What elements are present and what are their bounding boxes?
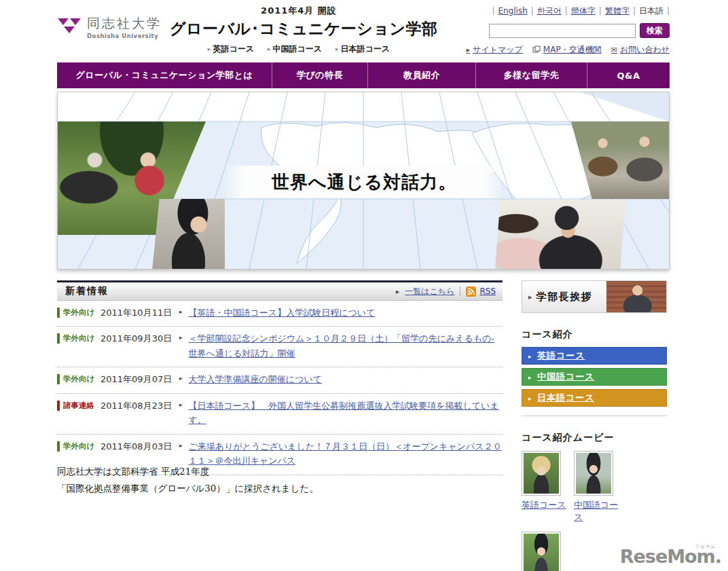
rss-icon	[466, 287, 476, 297]
resemom-ruby: リセマム	[695, 544, 716, 550]
sidebar-divider	[522, 416, 667, 416]
utility-links: ▸サイトマップ MAP・交通機関 ✉お問い合わせ	[459, 44, 670, 56]
language-switcher: |English|한국어|簡体字|繁體字|日本語|	[459, 5, 670, 17]
arrow-icon: ▸	[528, 293, 532, 301]
news-title-link[interactable]: 【日本語コース】 外国人留学生公募制推薦選抜入学試験要項を掲載しています。	[189, 399, 503, 428]
arrow-icon: ▸	[467, 45, 471, 54]
english-course-button[interactable]: ▸ 英語コース	[522, 347, 667, 365]
japanese-course-button[interactable]: ▸ 日本語コース	[522, 389, 667, 407]
main-navigation: グローバル・コミュニケーション学部とは 学びの特長 教員紹介 多様な留学先 Q&…	[57, 62, 670, 88]
doshisha-triangle-logo-icon	[57, 18, 81, 37]
map-access-link[interactable]: MAP・交通機関	[532, 44, 602, 56]
news-section-header: 新着情報 ▸ 一覧はこちら RSS	[57, 280, 503, 301]
news-date: 2011年09月30日	[101, 333, 174, 345]
arrow-icon: ▸	[179, 308, 183, 315]
header-link-japanese-course[interactable]: ▸日本語コース	[335, 43, 390, 55]
news-date: 2011年09月07日	[101, 373, 174, 386]
search-button[interactable]: 検索	[640, 23, 670, 38]
divider	[460, 287, 460, 296]
movie-cell: 中国語コース	[574, 451, 626, 532]
news-index-link[interactable]: 一覧はこちら	[405, 286, 454, 297]
arrow-icon: ▸	[335, 45, 339, 52]
sitemap-link[interactable]: ▸サイトマップ	[467, 44, 523, 56]
arrow-icon: ▸	[528, 353, 532, 360]
arrow-icon: ▸	[179, 401, 183, 408]
header-course-links: ▸英語コース ▸中国語コース ▸日本語コース	[170, 43, 428, 55]
nav-item-faculty-members[interactable]: 教員紹介	[368, 62, 476, 88]
chinese-course-movie-link[interactable]: 中国語コース	[574, 499, 626, 523]
news-title-link[interactable]: 【英語・中国語コース】入学試験日程について	[189, 306, 503, 320]
nav-item-study-abroad[interactable]: 多様な留学先	[476, 62, 587, 88]
faculty-title: グローバル･コミュニケーション学部	[170, 18, 428, 39]
sidebar: ▸ 学部長挨拶 コース紹介 ▸ 英語コース ▸ 中国語コース ▸ 日本語コース …	[522, 280, 667, 571]
mext-notice-line1: 同志社大学は文部科学省 平成21年度	[57, 463, 318, 480]
nav-item-learning-features[interactable]: 学びの特長	[272, 62, 368, 88]
hero-tagline: 世界へ通じる対話力。	[272, 170, 456, 194]
lang-korean[interactable]: 한국어	[537, 6, 562, 16]
japanese-course-movie-thumbnail[interactable]	[522, 532, 561, 571]
course-intro-heading: コース紹介	[522, 329, 667, 341]
hero-photo-students-studying	[495, 200, 625, 270]
nav-item-about-faculty[interactable]: グローバル・コミュニケーション学部とは	[57, 62, 272, 88]
english-course-movie-thumbnail[interactable]	[522, 451, 561, 496]
english-course-movie-link[interactable]: 英語コース	[522, 499, 566, 511]
news-title-link[interactable]: 大学入学準備講座の開催について	[189, 372, 503, 386]
header-utility-area: |English|한국어|簡体字|繁體字|日本語| 検索 ▸サイトマップ MAP…	[459, 5, 670, 56]
news-list: 学外向け 2011年10月11日 ▸ 【英語・中国語コース】入学試験日程について…	[57, 301, 503, 475]
course-movie-heading: コース紹介ムービー	[522, 432, 667, 444]
university-name-en: Doshisha University	[87, 33, 162, 39]
site-logo[interactable]: 同志社大学 Doshisha University	[57, 15, 162, 39]
chinese-course-movie-thumbnail[interactable]	[574, 451, 613, 496]
news-date: 2011年08月03日	[101, 441, 174, 453]
lang-traditional-chinese[interactable]: 繁體字	[605, 6, 630, 16]
news-date: 2011年10月11日	[101, 307, 174, 319]
page: 同志社大学 Doshisha University 2011年4月 開設 グロー…	[0, 0, 728, 571]
news-row: 諸事連絡 2011年08月23日 ▸ 【日本語コース】 外国人留学生公募制推薦選…	[57, 394, 503, 435]
nav-item-qa[interactable]: Q&A	[587, 62, 670, 88]
opening-note: 2011年4月 開設	[170, 5, 428, 17]
contact-link[interactable]: ✉お問い合わせ	[611, 44, 670, 56]
arrow-icon: ▸	[179, 375, 183, 382]
arrow-icon: ▸	[208, 45, 211, 52]
news-category-badge: 学外向け	[57, 308, 101, 318]
map-icon	[532, 45, 541, 55]
arrow-icon: ▸	[179, 442, 183, 449]
lang-simplified-chinese[interactable]: 簡体字	[571, 6, 596, 16]
news-category-badge: 諸事連絡	[57, 401, 101, 411]
site-title-block: 2011年4月 開設 グローバル･コミュニケーション学部 ▸英語コース ▸中国語…	[170, 5, 428, 55]
search-bar: 検索	[459, 23, 670, 38]
news-category-badge: 学外向け	[57, 333, 101, 344]
university-name-ja: 同志社大学	[87, 15, 162, 33]
chinese-course-button[interactable]: ▸ 中国語コース	[522, 368, 667, 386]
course-buttons: ▸ 英語コース ▸ 中国語コース ▸ 日本語コース	[522, 347, 667, 407]
lang-japanese-current: 日本語	[639, 6, 663, 16]
search-input[interactable]	[489, 24, 636, 38]
mext-notice: 同志社大学は文部科学省 平成21年度 「国際化拠点整備事業（グローバル30）」に…	[57, 463, 318, 497]
news-category-badge: 学外向け	[57, 374, 101, 384]
rss-link[interactable]: RSS	[466, 287, 496, 297]
news-category-badge: 学外向け	[57, 441, 101, 452]
lang-english[interactable]: English	[498, 6, 527, 16]
news-title-link[interactable]: ＜学部開設記念シンポジウム＞１０月２９日（土）「留学の先にみえるもの-世界へ通じ…	[189, 331, 503, 361]
mext-notice-line2: 「国際化拠点整備事業（グローバル30）」に採択されました。	[57, 480, 318, 497]
header-link-chinese-course[interactable]: ▸中国語コース	[268, 43, 322, 55]
hero-banner: 世界へ通じる対話力。	[57, 92, 670, 270]
header-link-english-course[interactable]: ▸英語コース	[208, 43, 254, 55]
arrow-icon: ▸	[396, 287, 400, 296]
dean-greeting-label: 学部長挨拶	[536, 291, 593, 303]
arrow-icon: ▸	[179, 334, 183, 341]
arrow-icon: ▸	[528, 395, 532, 402]
news-row: 学外向け 2011年09月07日 ▸ 大学入学準備講座の開催について	[57, 367, 503, 393]
news-date: 2011年08月23日	[101, 400, 174, 412]
hero-tagline-band: 世界へ通じる対話力。	[225, 166, 503, 198]
hero-photo-student-portrait	[152, 199, 225, 270]
arrow-icon: ▸	[268, 45, 271, 52]
movie-cell: 日本語コース	[522, 532, 574, 571]
mail-icon: ✉	[611, 45, 617, 54]
dean-greeting-banner[interactable]: ▸ 学部長挨拶	[522, 280, 667, 313]
news-row: 学外向け 2011年09月30日 ▸ ＜学部開設記念シンポジウム＞１０月２９日（…	[57, 327, 503, 367]
arrow-icon: ▸	[528, 374, 532, 381]
dean-photo	[606, 281, 666, 312]
resemom-watermark: リセマム ReseMom.	[620, 546, 721, 567]
news-heading: 新着情報	[57, 285, 109, 297]
